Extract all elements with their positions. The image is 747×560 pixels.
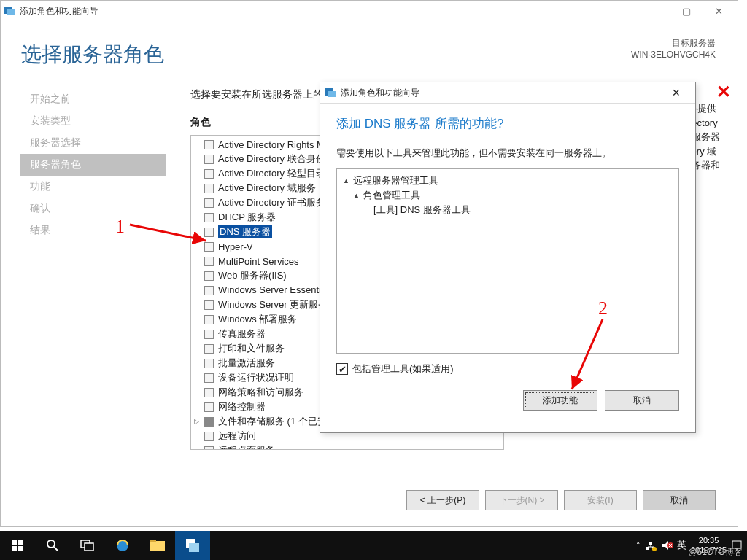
tree-item-dns-tools[interactable]: [工具] DNS 服务器工具 <box>343 203 673 217</box>
sidebar-item-2[interactable]: 服务器选择 <box>20 132 166 154</box>
server-manager-icon <box>325 87 336 98</box>
role-label: DNS 服务器 <box>218 225 272 238</box>
checkbox-icon <box>204 257 214 266</box>
checkbox-icon <box>204 432 214 441</box>
search-button[interactable] <box>35 531 70 560</box>
include-tools-label: 包括管理工具(如果适用) <box>352 362 454 376</box>
role-label: 批量激活服务 <box>218 357 275 370</box>
target-value: WIN-3ELOHVGCH4K <box>631 50 716 60</box>
dialog-close-button[interactable]: ✕ <box>662 87 691 98</box>
svg-rect-21 <box>649 542 652 545</box>
svg-rect-19 <box>646 547 649 550</box>
checkbox-icon <box>204 417 214 427</box>
page-title: 选择服务器角色 <box>21 41 164 69</box>
sidebar-item-3[interactable]: 服务器角色 <box>20 154 166 176</box>
checkbox-icon <box>204 242 214 252</box>
window-title: 添加角色和功能向导 <box>20 5 638 18</box>
svg-point-10 <box>47 540 55 548</box>
checkbox-icon <box>204 344 214 354</box>
role-label: Active Directory 证书服务 <box>218 196 325 209</box>
dialog-subtext: 需要使用以下工具来管理此功能，但不需要安装在同一服务器上。 <box>336 147 679 160</box>
required-features-dialog: 添加角色和功能向导 ✕ 添加 DNS 服务器 所需的功能? 需要使用以下工具来管… <box>320 82 696 433</box>
role-label: Hyper-V <box>218 241 253 252</box>
add-features-button[interactable]: 添加功能 <box>523 390 597 411</box>
svg-rect-3 <box>328 91 336 97</box>
svg-marker-25 <box>662 541 668 550</box>
network-icon[interactable] <box>645 540 657 551</box>
dialog-cancel-button[interactable]: 取消 <box>605 390 679 411</box>
prev-button[interactable]: < 上一步(P) <box>406 490 479 510</box>
dialog-titlebar: 添加角色和功能向导 ✕ <box>320 82 695 104</box>
role-label: 网络策略和访问服务 <box>218 386 303 399</box>
server-manager-icon <box>4 5 15 17</box>
sidebar-item-6[interactable]: 结果 <box>20 219 166 241</box>
svg-rect-18 <box>189 543 199 552</box>
dialog-heading: 添加 DNS 服务器 所需的功能? <box>336 115 679 132</box>
role-label: 远程桌面服务 <box>218 444 275 450</box>
taskbar-ie[interactable] <box>105 531 140 560</box>
start-button[interactable] <box>0 531 35 560</box>
watermark: @51CTO博客 <box>688 546 743 559</box>
ime-indicator[interactable]: 英 <box>677 539 686 552</box>
sidebar-item-4[interactable]: 功能 <box>20 176 166 198</box>
checkbox-icon <box>204 388 214 397</box>
install-button[interactable]: 安装(I) <box>564 490 637 510</box>
svg-point-24 <box>652 547 657 551</box>
cancel-button[interactable]: 取消 <box>643 490 716 510</box>
role-label: 设备运行状况证明 <box>218 371 294 384</box>
checkbox-icon <box>204 446 214 451</box>
maximize-button[interactable]: ▢ <box>670 1 703 21</box>
tree-item-rsrv[interactable]: ▲远程服务器管理工具 <box>343 174 673 188</box>
tray-chevron-icon[interactable]: ˄ <box>636 541 640 551</box>
wizard-sidebar: 开始之前安装类型服务器选择服务器角色功能确认结果 <box>20 88 166 468</box>
volume-icon[interactable] <box>661 540 673 551</box>
sidebar-item-0[interactable]: 开始之前 <box>20 88 166 110</box>
checkbox-icon <box>204 213 214 222</box>
svg-rect-16 <box>150 540 156 542</box>
role-label: 网络控制器 <box>218 400 266 413</box>
close-button[interactable]: ✕ <box>703 1 735 21</box>
checkbox-icon <box>204 228 214 237</box>
target-label: 目标服务器 <box>631 37 716 50</box>
tree-item-role-tools[interactable]: ▲角色管理工具 <box>343 188 673 203</box>
svg-rect-7 <box>18 540 23 545</box>
checkbox-icon <box>204 373 214 383</box>
svg-rect-15 <box>150 541 165 551</box>
checkbox-icon <box>204 286 214 295</box>
svg-rect-9 <box>18 546 23 551</box>
folder-icon <box>150 539 166 552</box>
checkbox-icon <box>204 300 214 310</box>
role-label: DHCP 服务器 <box>218 211 276 224</box>
taskbar-server-manager[interactable] <box>175 531 210 560</box>
role-label: 打印和文件服务 <box>218 342 285 355</box>
dialog-title: 添加角色和功能向导 <box>341 87 662 99</box>
dialog-feature-tree[interactable]: ▲远程服务器管理工具 ▲角色管理工具 [工具] DNS 服务器工具 <box>336 168 679 354</box>
svg-rect-1 <box>7 9 15 15</box>
ie-icon <box>115 537 131 553</box>
main-titlebar: 添加角色和功能向导 — ▢ ✕ <box>1 1 738 21</box>
windows-icon <box>12 540 23 551</box>
minimize-button[interactable]: — <box>638 1 670 21</box>
sidebar-item-5[interactable]: 确认 <box>20 198 166 219</box>
include-tools-checkbox[interactable]: ✔ 包括管理工具(如果适用) <box>336 362 679 376</box>
checkbox-icon <box>204 198 214 208</box>
role-item-21[interactable]: 远程桌面服务 <box>194 443 500 450</box>
server-manager-icon <box>185 537 201 553</box>
task-view-button[interactable] <box>70 531 105 560</box>
checkbox-icon: ✔ <box>336 363 348 375</box>
annotation-number-2: 2 <box>598 298 608 319</box>
checkbox-icon <box>204 359 214 368</box>
role-label: Web 服务器(IIS) <box>218 269 287 282</box>
checkbox-icon <box>204 169 214 179</box>
checkbox-icon <box>204 402 214 412</box>
next-button[interactable]: 下一步(N) > <box>485 490 558 510</box>
taskbar-explorer[interactable] <box>140 531 175 560</box>
sidebar-item-1[interactable]: 安装类型 <box>20 110 166 132</box>
checkbox-icon <box>204 271 214 281</box>
role-label: Windows Server 更新服务 <box>218 298 328 311</box>
svg-rect-13 <box>85 543 93 551</box>
triangle-icon: ▲ <box>343 177 353 184</box>
expand-icon: ▷ <box>194 418 204 425</box>
role-label: 传真服务器 <box>218 327 266 341</box>
checkbox-icon <box>204 155 214 164</box>
